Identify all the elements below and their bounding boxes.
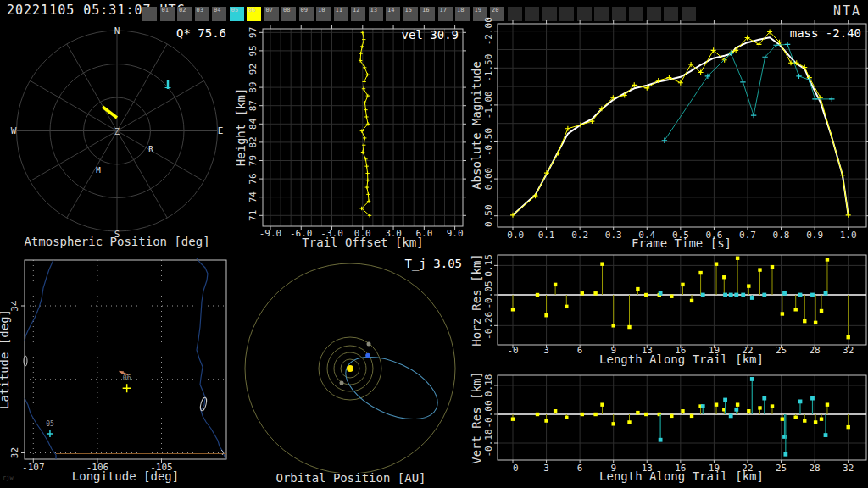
compass-e: E [218,125,224,136]
residual-point-yellow [803,319,806,323]
trail-point [361,30,364,34]
trail-point [365,73,369,76]
y-tick-label: 0.18 [483,374,494,397]
q-annotation: Q* 75.6 [176,26,226,40]
planet-dot [367,342,371,347]
x-tick-label: 0.2 [571,230,588,241]
station-marker-05: 05 [46,420,54,437]
y-tick-label: 0.00 [483,168,494,191]
panel-atmospheric: NSWEZRMQ* 75.6Atmospheric Position [deg] [11,25,226,248]
x-tick-label: 25 [776,345,787,356]
radiant-label-R: R [148,145,153,153]
residual-point-cyan [729,413,733,418]
x-tick-label: 0.7 [739,230,756,241]
y-tick-label: 82 [248,136,259,147]
residual-point-yellow [758,268,761,271]
residual-point-yellow [627,420,631,424]
meteor-orbit-ellipse [337,344,447,431]
trail-point [359,52,362,55]
secondary-point [796,74,801,79]
residual-point-yellow [670,414,673,418]
lake-outline [199,396,208,411]
app-window: 20221105 05:31:07 UTC 010203040506070809… [0,0,868,488]
y-tick-label: 79 [248,155,259,166]
panel-title: Orbital Position [AU] [275,471,426,485]
x-axis-title: Length Along Trail [km] [599,352,764,366]
residual-point-yellow [593,413,597,416]
grid [498,24,866,227]
residual-point-cyan [723,398,727,402]
residual-point-yellow [536,413,539,416]
trail-point [363,136,366,140]
residual-point-cyan [824,291,828,296]
y-tick-label: -2.00 [483,17,494,45]
y-tick-label: -0.05 [483,280,494,308]
orbital-inner [245,263,455,474]
grid [25,260,226,459]
grid [498,375,866,460]
lightcurve-point [829,134,834,139]
y-tick-label: 84 [248,118,259,130]
x-tick-label: 6 [577,345,583,356]
y-tick-label: -0.18 [483,429,494,457]
residual-point-yellow [820,309,823,313]
residual-point-cyan [729,293,733,297]
residual-point-yellow [715,262,718,265]
river-line [197,258,225,459]
x-tick-label: 28 [810,345,821,356]
residual-point-yellow [758,406,761,409]
grid [498,255,866,345]
panel-horz-res: -0369131619222528320.15-0.05-0.26Length … [470,253,866,366]
trail-point [364,108,367,111]
residual-point-yellow [627,325,631,329]
x-axis-title: Frame Time [s] [632,236,732,250]
residual-point-yellow [554,283,557,286]
y-axis-title: Vert Res [km] [470,371,483,464]
residual-point-yellow [644,413,648,416]
secondary-point [812,97,817,102]
secondary-point [740,80,745,85]
residual-point-cyan [723,293,727,297]
residual-point-yellow [781,417,784,420]
y-axis-title: Horz Res [km] [470,253,483,347]
residual-point-yellow [847,425,850,429]
residual-point-yellow [612,324,615,327]
residual-point-cyan [734,293,738,297]
x-tick-label: 6 [577,463,583,474]
x-tick-label: -0.0 [502,230,525,241]
residual-point-cyan [734,408,738,412]
x-tick-label: 3 [543,345,549,356]
trail-point [364,115,368,119]
residual-point-yellow [803,419,806,422]
residual-point-yellow [698,271,702,274]
residual-point-yellow [536,293,539,297]
residual-point-yellow [736,402,739,406]
residual-point-cyan [741,293,745,297]
polar-spoke [117,131,167,219]
residual-point-yellow [715,402,718,406]
river-line [25,260,53,341]
y-axis-title: Latitude [deg] [0,309,11,409]
polar-spoke [117,80,204,130]
polar-spoke [30,80,117,130]
residual-point-yellow [722,275,726,279]
x-tick-label: -0 [507,463,518,474]
residual-point-yellow [794,416,798,419]
compass-w: W [11,125,17,136]
residual-point-yellow [747,409,750,413]
trail-point [366,94,370,97]
x-tick-label: -9.0 [259,228,282,239]
river-line [25,398,56,459]
planet-dot [340,381,344,385]
compass-center: Z [114,127,120,136]
polar-spoke [30,131,117,181]
plot-frame [498,375,866,460]
plot-frame [498,24,866,227]
x-tick-label: 0.8 [773,230,790,241]
trail-point [366,192,370,196]
y-tick-label: 0.50 [483,204,494,227]
lightcurve-point [846,213,851,218]
y-tick-label: -0.00 [483,400,494,428]
polar-spoke [67,44,117,131]
polar-spoke [117,131,204,181]
